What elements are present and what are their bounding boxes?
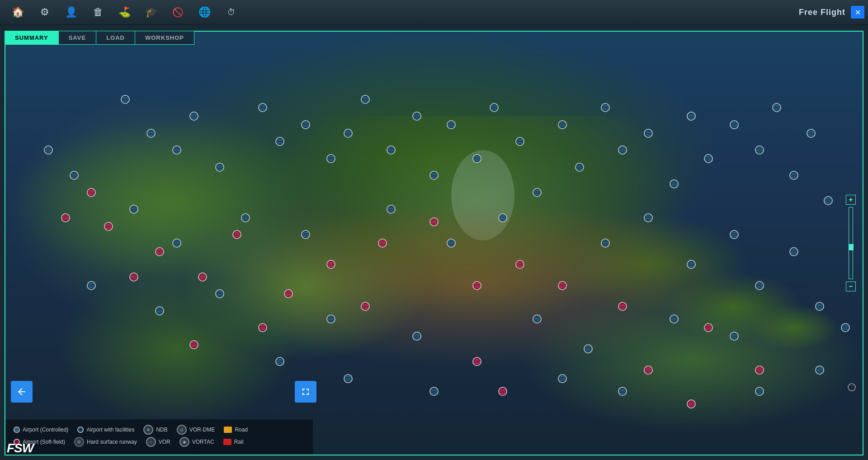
legend-vortac: ◉ VORTAC (179, 437, 214, 447)
legend-airport-facilities: Airport with facilities (77, 427, 134, 433)
fsw-logo: FSW (7, 441, 33, 455)
zoom-in-button[interactable]: + (846, 195, 856, 205)
toolbar-btn-gauge[interactable]: ⏱ (219, 2, 244, 23)
africa-terrain (48, 264, 306, 433)
toolbar: 🏠 ⚙ 👤 🗑 ⛳ 🎓 🚫 🌐 ⏱ Free Flight ✕ (0, 0, 868, 25)
tabs: SUMMARY SAVE LOAD WORKSHOP (5, 31, 194, 45)
back-icon (16, 386, 27, 397)
legend-hard-surface: ⊞ Hard surface runway (74, 437, 137, 447)
legend-road: Road (224, 427, 248, 433)
legend-vor-dme: ◎ VOR-DME (177, 425, 215, 435)
toolbar-btn-profile[interactable]: 👤 (59, 2, 84, 23)
legend-ndb: ⊗ NDB (143, 425, 167, 435)
toolbar-btn-flag[interactable]: ⛳ (112, 2, 137, 23)
legend-airport-controlled: Airport (Controlled) (14, 427, 68, 433)
expand-button[interactable] (295, 381, 316, 403)
map-container[interactable]: + − Airport (Controlled) Airport with fa… (5, 31, 863, 455)
zoom-slider: + − (846, 195, 856, 291)
expand-icon (300, 386, 311, 397)
edge-marker (848, 383, 856, 391)
toolbar-btn-academy[interactable]: 🎓 (139, 2, 164, 23)
legend-row-1: Airport (Controlled) Airport with facili… (14, 425, 305, 435)
legend: Airport (Controlled) Airport with facili… (5, 419, 313, 455)
sea-asia-terrain (520, 286, 863, 434)
toolbar-btn-home[interactable]: 🏠 (5, 2, 30, 23)
close-button[interactable]: ✕ (851, 6, 864, 19)
tab-save[interactable]: SAVE (59, 31, 96, 45)
zoom-out-button[interactable]: − (846, 282, 856, 291)
legend-ctrl-dot (14, 427, 20, 433)
back-button[interactable] (11, 381, 33, 403)
map-background (5, 32, 863, 455)
toolbar-btn-globe[interactable]: 🌐 (192, 2, 217, 23)
legend-row-2: Airport (Soft-field) ⊞ Hard surface runw… (14, 437, 305, 447)
zoom-thumb[interactable] (849, 244, 854, 250)
tab-load[interactable]: LOAD (96, 31, 135, 45)
legend-vor: ○ VOR (146, 437, 170, 447)
zoom-track[interactable] (849, 207, 853, 279)
tab-workshop[interactable]: WORKSHOP (135, 31, 194, 45)
toolbar-btn-globe-x[interactable]: 🚫 (165, 2, 190, 23)
toolbar-btn-delete[interactable]: 🗑 (85, 2, 110, 23)
legend-rail: Rail (223, 439, 244, 445)
tab-summary[interactable]: SUMMARY (5, 31, 59, 45)
app-title: Free Flight (799, 8, 845, 17)
toolbar-btn-settings[interactable]: ⚙ (32, 2, 57, 23)
